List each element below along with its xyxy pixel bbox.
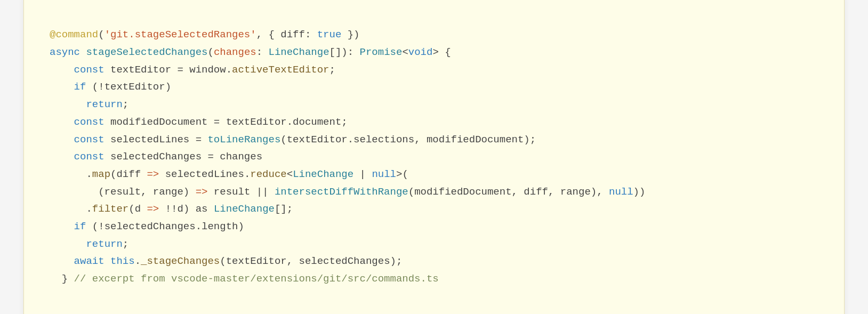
line-11: .filter(d => !!d) as LineChange[];	[50, 203, 293, 215]
line-7: const selectedLines = toLineRanges(textE…	[50, 134, 536, 146]
line-9: .map(diff => selectedLines.reduce<LineCh…	[50, 168, 408, 180]
line-3: const textEditor = window.activeTextEdit…	[50, 64, 335, 76]
line-8: const selectedChanges = changes	[50, 151, 262, 163]
line-6: const modifiedDocument = textEditor.docu…	[50, 116, 348, 128]
line-5: return;	[50, 99, 128, 110]
line-13: return;	[50, 238, 128, 250]
line-2: async stageSelectedChanges(changes: Line…	[50, 46, 451, 58]
code-container: @command('git.stageSelectedRanges', { di…	[23, 0, 845, 314]
line-10: (result, range) => result || intersectDi…	[50, 186, 645, 198]
line-4: if (!textEditor)	[50, 81, 171, 93]
line-1: @command('git.stageSelectedRanges', { di…	[50, 29, 360, 41]
line-14: await this._stageChanges(textEditor, sel…	[50, 255, 402, 267]
line-12: if (!selectedChanges.length)	[50, 221, 244, 232]
line-15: } // excerpt from vscode-master/extensio…	[50, 273, 439, 285]
code-block: @command('git.stageSelectedRanges', { di…	[50, 9, 818, 305]
